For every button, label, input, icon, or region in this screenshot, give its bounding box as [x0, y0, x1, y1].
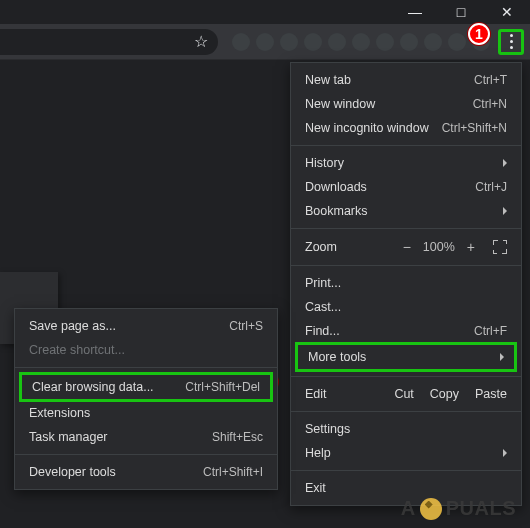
- menu-shortcut: Ctrl+Shift+Del: [185, 380, 260, 394]
- menu-label: Help: [305, 446, 497, 460]
- menu-label: Clear browsing data...: [32, 380, 185, 394]
- submenu-item-create-shortcut: Create shortcut...: [15, 338, 277, 362]
- menu-label: Save page as...: [29, 319, 229, 333]
- menu-label: Downloads: [305, 180, 475, 194]
- menu-shortcut: Ctrl+J: [475, 180, 507, 194]
- menu-label: History: [305, 156, 497, 170]
- menu-separator: [291, 228, 521, 229]
- submenu-item-save-page[interactable]: Save page as... Ctrl+S: [15, 314, 277, 338]
- menu-item-downloads[interactable]: Downloads Ctrl+J: [291, 175, 521, 199]
- submenu-item-clear-browsing-data[interactable]: Clear browsing data... Ctrl+Shift+Del: [19, 372, 273, 402]
- edit-copy-button[interactable]: Copy: [430, 387, 459, 401]
- chrome-main-menu: New tab Ctrl+T New window Ctrl+N New inc…: [290, 62, 522, 506]
- zoom-in-button[interactable]: +: [467, 239, 475, 255]
- chevron-right-icon: [503, 207, 507, 215]
- extension-icon[interactable]: [328, 33, 346, 51]
- menu-item-find[interactable]: Find... Ctrl+F: [291, 319, 521, 343]
- menu-item-settings[interactable]: Settings: [291, 417, 521, 441]
- extension-icon[interactable]: [232, 33, 250, 51]
- browser-toolbar: ☆: [0, 24, 530, 60]
- menu-separator: [15, 367, 277, 368]
- watermark-text-right: PUALS: [446, 497, 516, 520]
- menu-label: Create shortcut...: [29, 343, 263, 357]
- menu-item-cast[interactable]: Cast...: [291, 295, 521, 319]
- submenu-item-developer-tools[interactable]: Developer tools Ctrl+Shift+I: [15, 460, 277, 484]
- extension-icon[interactable]: [376, 33, 394, 51]
- extension-icon[interactable]: [304, 33, 322, 51]
- menu-item-bookmarks[interactable]: Bookmarks: [291, 199, 521, 223]
- menu-shortcut: Ctrl+Shift+N: [442, 121, 507, 135]
- extension-icon[interactable]: [352, 33, 370, 51]
- watermark-text-left: A: [401, 497, 416, 520]
- menu-label: Extensions: [29, 406, 263, 420]
- extension-icon[interactable]: [256, 33, 274, 51]
- menu-item-print[interactable]: Print...: [291, 271, 521, 295]
- menu-label: Bookmarks: [305, 204, 497, 218]
- zoom-out-button[interactable]: −: [403, 239, 411, 255]
- menu-label: More tools: [308, 350, 494, 364]
- menu-item-new-tab[interactable]: New tab Ctrl+T: [291, 68, 521, 92]
- menu-separator: [15, 454, 277, 455]
- menu-shortcut: Ctrl+T: [474, 73, 507, 87]
- main-menu-button[interactable]: [498, 29, 524, 55]
- chevron-right-icon: [503, 159, 507, 167]
- menu-shortcut: Ctrl+F: [474, 324, 507, 338]
- menu-item-help[interactable]: Help: [291, 441, 521, 465]
- extension-icon[interactable]: [280, 33, 298, 51]
- menu-label: Settings: [305, 422, 507, 436]
- extension-icon[interactable]: [448, 33, 466, 51]
- extension-icon[interactable]: [400, 33, 418, 51]
- menu-separator: [291, 145, 521, 146]
- menu-shortcut: Shift+Esc: [212, 430, 263, 444]
- submenu-item-task-manager[interactable]: Task manager Shift+Esc: [15, 425, 277, 449]
- fullscreen-icon[interactable]: [493, 240, 507, 254]
- menu-separator: [291, 265, 521, 266]
- menu-item-zoom: Zoom − 100% +: [291, 234, 521, 260]
- menu-item-history[interactable]: History: [291, 151, 521, 175]
- menu-shortcut: Ctrl+N: [473, 97, 507, 111]
- more-tools-submenu: Save page as... Ctrl+S Create shortcut..…: [14, 308, 278, 490]
- menu-label: Zoom: [305, 240, 403, 254]
- menu-item-incognito[interactable]: New incognito window Ctrl+Shift+N: [291, 116, 521, 140]
- menu-item-edit: Edit Cut Copy Paste: [291, 382, 521, 406]
- menu-item-more-tools[interactable]: More tools: [295, 342, 517, 372]
- menu-label: Task manager: [29, 430, 212, 444]
- watermark-logo-icon: [420, 498, 442, 520]
- chevron-right-icon: [503, 449, 507, 457]
- menu-label: New incognito window: [305, 121, 442, 135]
- menu-item-new-window[interactable]: New window Ctrl+N: [291, 92, 521, 116]
- zoom-level: 100%: [423, 240, 455, 254]
- menu-label: Developer tools: [29, 465, 203, 479]
- menu-label: Find...: [305, 324, 474, 338]
- menu-shortcut: Ctrl+Shift+I: [203, 465, 263, 479]
- menu-label: Cast...: [305, 300, 507, 314]
- annotation-badge-1: 1: [468, 23, 490, 45]
- submenu-item-extensions[interactable]: Extensions: [15, 401, 277, 425]
- address-bar[interactable]: ☆: [0, 29, 218, 55]
- menu-shortcut: Ctrl+S: [229, 319, 263, 333]
- menu-label: New tab: [305, 73, 474, 87]
- menu-separator: [291, 376, 521, 377]
- extension-icon[interactable]: [424, 33, 442, 51]
- menu-label: Exit: [305, 481, 507, 495]
- bookmark-star-icon[interactable]: ☆: [194, 32, 208, 51]
- watermark: A PUALS: [401, 497, 516, 520]
- window-minimize-button[interactable]: —: [392, 0, 438, 24]
- menu-separator: [291, 411, 521, 412]
- edit-cut-button[interactable]: Cut: [394, 387, 413, 401]
- extension-icons: [232, 33, 490, 51]
- window-maximize-button[interactable]: □: [438, 0, 484, 24]
- window-close-button[interactable]: ✕: [484, 0, 530, 24]
- menu-separator: [291, 470, 521, 471]
- menu-label: Edit: [305, 387, 394, 401]
- edit-paste-button[interactable]: Paste: [475, 387, 507, 401]
- window-titlebar: — □ ✕: [0, 0, 530, 24]
- menu-label: New window: [305, 97, 473, 111]
- chevron-right-icon: [500, 353, 504, 361]
- menu-label: Print...: [305, 276, 507, 290]
